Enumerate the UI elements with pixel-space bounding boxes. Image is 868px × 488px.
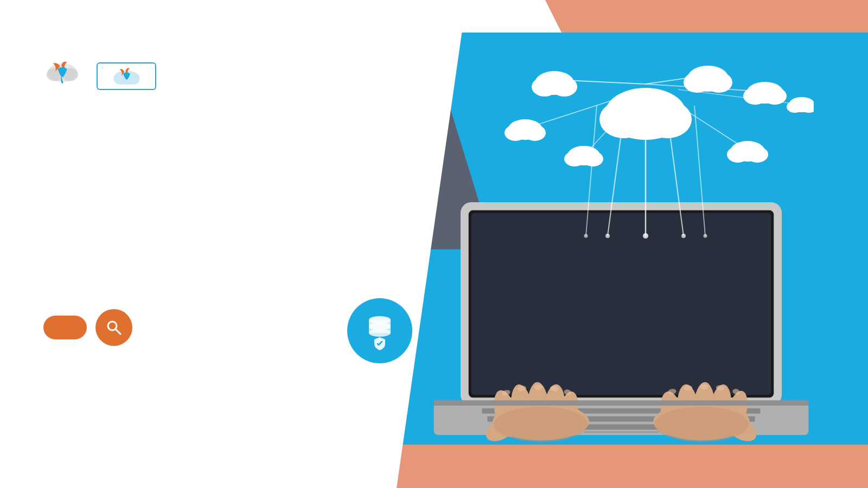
svg-point-14 [599, 100, 648, 138]
svg-point-53 [704, 234, 707, 238]
svg-point-15 [643, 100, 692, 138]
svg-point-80 [534, 385, 542, 390]
svg-point-69 [494, 407, 588, 442]
svg-point-12 [369, 329, 391, 337]
svg-rect-61 [584, 431, 659, 433]
svg-rect-88 [434, 400, 809, 406]
svg-point-85 [700, 384, 709, 390]
svg-point-30 [746, 146, 768, 163]
cta-button-area [43, 309, 132, 346]
svg-point-52 [584, 234, 588, 238]
cloud-badge-icon [112, 67, 142, 86]
search-button[interactable] [95, 309, 132, 346]
coniasoft-cloud-badge [97, 62, 156, 90]
db-security-badge [347, 298, 412, 363]
svg-point-50 [605, 234, 610, 238]
svg-line-41 [694, 106, 705, 236]
svg-point-35 [564, 151, 585, 166]
svg-point-77 [654, 407, 749, 442]
svg-point-27 [524, 125, 546, 141]
logo-area [43, 60, 156, 92]
search-icon [105, 319, 123, 336]
svg-point-32 [787, 101, 803, 113]
coniasoft-logo [43, 60, 86, 92]
svg-line-7 [116, 329, 120, 334]
svg-point-51 [681, 234, 686, 238]
cloud-network-illustration [488, 43, 814, 287]
read-article-button[interactable] [43, 316, 87, 339]
svg-line-40 [586, 106, 597, 236]
svg-point-49 [643, 233, 648, 239]
svg-point-84 [684, 386, 692, 391]
coniasoft-logo-icon [43, 60, 81, 92]
database-shield-icon [358, 309, 401, 352]
svg-point-26 [505, 125, 526, 141]
